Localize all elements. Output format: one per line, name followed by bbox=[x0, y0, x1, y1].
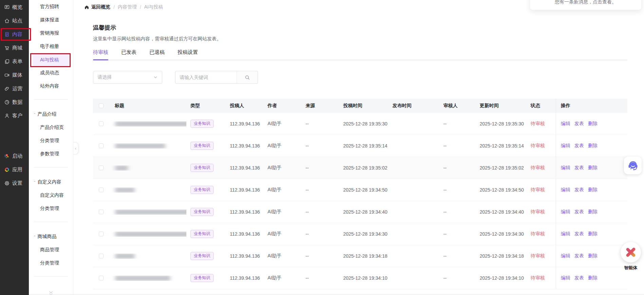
sidebar-collapse-handle[interactable]: ‹ bbox=[73, 142, 78, 155]
submissions-table: 标题类型投稿人作者来源投稿时间发布时间审核人更新时间状态操作 业务知识112.3… bbox=[93, 99, 627, 289]
sidebar-item-data[interactable]: 数据 bbox=[0, 95, 29, 109]
menu-item-goods-mgmt[interactable]: 商品管理 bbox=[29, 243, 73, 256]
publish-link[interactable]: 发表 bbox=[574, 121, 584, 127]
mall-icon bbox=[4, 45, 10, 51]
edit-link[interactable]: 编辑 bbox=[561, 209, 570, 215]
sidebar-item-customer[interactable]: 客户 bbox=[0, 109, 29, 122]
table-row: 业务知识112.39.94.136AI助手--2025-12-28 19:34:… bbox=[93, 179, 627, 201]
sidebar-item-media[interactable]: 媒体 bbox=[0, 68, 29, 82]
menu-item-member-news[interactable]: 成员动态 bbox=[29, 66, 73, 79]
row-status-cell: 待审核 bbox=[527, 275, 556, 281]
type-tag: 业务知识 bbox=[190, 164, 214, 172]
ai-agent-widget[interactable]: 智能体 bbox=[620, 242, 642, 271]
blurred-title-bar bbox=[115, 254, 135, 259]
delete-link[interactable]: 删除 bbox=[588, 143, 597, 149]
sidebar-item-content[interactable]: 内容 bbox=[0, 27, 29, 41]
breadcrumb-back-overview[interactable]: 返回概览 bbox=[84, 4, 110, 10]
row-checkbox[interactable] bbox=[99, 121, 104, 126]
delete-link[interactable]: 删除 bbox=[588, 165, 597, 171]
publish-link[interactable]: 发表 bbox=[574, 275, 584, 281]
menu-item-official-recruit[interactable]: 官方招聘 bbox=[29, 0, 73, 13]
type-select[interactable]: 请选择 bbox=[93, 71, 162, 84]
row-title-blurred bbox=[111, 254, 186, 259]
menu-item-ealbum[interactable]: 电子相册 bbox=[29, 40, 73, 53]
row-checkbox[interactable] bbox=[99, 276, 104, 280]
row-type-cell: 业务知识 bbox=[186, 252, 226, 260]
row-title-blurred bbox=[111, 276, 186, 281]
row-author: AI助手 bbox=[263, 253, 301, 259]
row-checkbox[interactable] bbox=[99, 232, 104, 236]
type-tag: 业务知识 bbox=[190, 142, 214, 150]
edit-link[interactable]: 编辑 bbox=[561, 231, 570, 237]
publish-link[interactable]: 发表 bbox=[574, 231, 584, 237]
row-checkbox[interactable] bbox=[99, 188, 104, 192]
tab-published[interactable]: 已发表 bbox=[121, 49, 136, 60]
publish-link[interactable]: 发表 bbox=[574, 253, 584, 259]
delete-link[interactable]: 删除 bbox=[588, 253, 597, 259]
edit-link[interactable]: 编辑 bbox=[561, 275, 570, 281]
tab-submission-settings[interactable]: 投稿设置 bbox=[178, 49, 198, 60]
breadcrumb-content-mgmt[interactable]: 内容管理 bbox=[118, 4, 137, 10]
section-header-mall-goods[interactable]: ⌃商城商品 bbox=[29, 230, 73, 243]
tab-pending-review[interactable]: 待审核 bbox=[93, 49, 108, 60]
ai-agent-button[interactable] bbox=[621, 242, 641, 262]
sidebar-item-operation[interactable]: 运营 bbox=[0, 82, 29, 95]
publish-link[interactable]: 发表 bbox=[574, 143, 584, 149]
select-all-checkbox[interactable] bbox=[99, 103, 104, 108]
sidebar-item-apps[interactable]: 应用 bbox=[0, 163, 29, 176]
sidebar-item-overview[interactable]: 概览 bbox=[0, 0, 29, 14]
type-tag: 业务知识 bbox=[190, 120, 214, 128]
table-bottom-edge bbox=[29, 294, 644, 295]
publish-link[interactable]: 发表 bbox=[574, 187, 584, 193]
sidebar-item-label: 内容 bbox=[12, 31, 22, 38]
search-button[interactable] bbox=[237, 71, 258, 84]
menu-item-category-mgmt[interactable]: 分类管理 bbox=[29, 134, 73, 147]
edit-link[interactable]: 编辑 bbox=[561, 143, 570, 149]
edit-link[interactable]: 编辑 bbox=[561, 187, 570, 193]
delete-link[interactable]: 删除 bbox=[588, 121, 597, 127]
menu-item-category-mgmt3[interactable]: 分类管理 bbox=[29, 256, 73, 270]
notification-toast[interactable]: 您有一条新消息，点击查看。 bbox=[530, 0, 642, 10]
sidebar-item-form[interactable]: 表单 bbox=[0, 55, 29, 68]
section-header-product-intro[interactable]: ⌃产品介绍 bbox=[29, 107, 73, 121]
row-submit-time: 2025-12-28 19:34:18 bbox=[339, 253, 388, 259]
delete-link[interactable]: 删除 bbox=[588, 231, 597, 237]
sidebar-item-launch[interactable]: 启动 bbox=[0, 149, 29, 163]
column-header: 标题 bbox=[111, 103, 186, 109]
tab-rejected[interactable]: 已退稿 bbox=[149, 49, 165, 60]
table-row: 业务知识112.39.94.136AI助手--2025-12-28 19:34:… bbox=[93, 245, 627, 267]
publish-link[interactable]: 发表 bbox=[574, 165, 584, 171]
menu-item-product-intro-page[interactable]: 产品介绍页 bbox=[29, 121, 73, 134]
row-checkbox[interactable] bbox=[99, 143, 104, 148]
row-submitter: 112.39.94.136 bbox=[226, 253, 263, 259]
row-checkbox[interactable] bbox=[99, 165, 104, 170]
delete-link[interactable]: 删除 bbox=[588, 187, 597, 193]
keyword-search-input[interactable] bbox=[175, 71, 237, 84]
menu-item-param-mgmt[interactable]: 参数管理 bbox=[29, 147, 73, 160]
delete-link[interactable]: 删除 bbox=[588, 275, 597, 281]
row-submitter: 112.39.94.136 bbox=[226, 275, 263, 281]
customer-service-button[interactable] bbox=[624, 157, 642, 174]
row-checkbox[interactable] bbox=[99, 210, 104, 214]
menu-item-external-content[interactable]: 站外内容 bbox=[29, 79, 73, 93]
edit-link[interactable]: 编辑 bbox=[561, 165, 570, 171]
menu-item-custom-content[interactable]: 自定义内容 bbox=[29, 189, 73, 202]
row-author: AI助手 bbox=[263, 209, 301, 215]
blurred-title-bar bbox=[115, 232, 186, 237]
menu-item-marketing-poster[interactable]: 营销海报 bbox=[29, 26, 73, 40]
publish-link[interactable]: 发表 bbox=[574, 209, 584, 215]
row-checkbox[interactable] bbox=[99, 254, 104, 258]
menu-item-category-mgmt2[interactable]: 分类管理 bbox=[29, 202, 73, 215]
breadcrumb-ai-submission[interactable]: AI与投稿 bbox=[144, 4, 163, 10]
delete-link[interactable]: 删除 bbox=[588, 209, 597, 215]
menu-item-ai-submission[interactable]: AI与投稿 bbox=[33, 54, 69, 66]
page-title: 温馨提示 bbox=[93, 24, 644, 32]
sidebar-item-mall[interactable]: 商城 bbox=[0, 41, 29, 55]
menu-item-media-report[interactable]: 媒体报道 bbox=[29, 13, 73, 26]
sidebar-item-site[interactable]: 站点 bbox=[0, 14, 29, 27]
row-submitter: 112.39.94.136 bbox=[226, 187, 263, 193]
sidebar-item-settings[interactable]: 设置 bbox=[0, 176, 29, 190]
edit-link[interactable]: 编辑 bbox=[561, 121, 570, 127]
section-header-custom-content[interactable]: ⌃自定义内容 bbox=[29, 175, 73, 189]
edit-link[interactable]: 编辑 bbox=[561, 253, 570, 259]
